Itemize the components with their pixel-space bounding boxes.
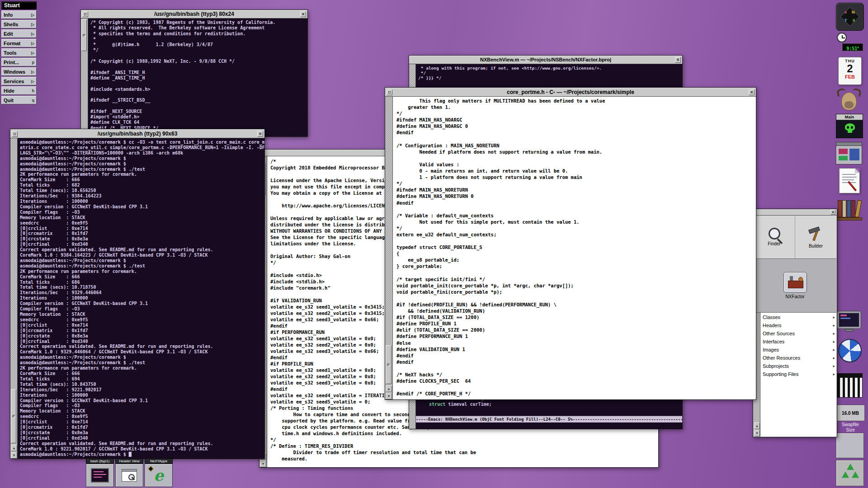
swapfile-size-value: 16.0 MB	[836, 405, 865, 421]
taskbar-tab-nextapps[interactable]: NeXTApps e	[145, 458, 173, 487]
scroll-down-button[interactable]: ▼	[260, 460, 266, 467]
menu-item-services[interactable]: Services▷	[1, 77, 37, 85]
chevron-right-icon: ▸	[833, 364, 835, 368]
menu-item-print[interactable]: Print...p	[1, 58, 37, 66]
submenu-arrow-icon: ▷	[31, 13, 34, 17]
hammer-icon	[807, 225, 825, 242]
browser-item-other-resources[interactable]: Other Resources▸	[760, 354, 836, 362]
close-icon[interactable]: ✕	[749, 89, 755, 95]
dock-piano-app[interactable]	[836, 373, 865, 398]
submenu-arrow-icon: ▷	[31, 32, 34, 36]
tab-label: NeXTApps	[145, 458, 173, 464]
project-builder-panel: ✕ Finder Builder NXFactor ▲ ▼ Classes▸ H…	[753, 209, 837, 437]
dock-next-logo[interactable]: N e X T	[836, 3, 865, 31]
menu-item-shells[interactable]: Shells▷	[1, 20, 37, 28]
clock-icon: 9:51A	[836, 32, 864, 55]
taskbar-tab-bash-ttyp1[interactable]: bash (ttyp1)	[86, 458, 114, 487]
browser-item-images[interactable]: Images▸	[760, 346, 836, 354]
terminal-ttyp3-content[interactable]: /* Copyright (c) 1983, 1987 Regents of t…	[90, 20, 275, 136]
project-file-browser: ▲ ▼ Classes▸ Headers▸ Other Sources▸ Int…	[754, 312, 836, 436]
terminal-ttyp2-titlebar[interactable]: /usr/gnu/bin/bash (ttyp2) 90x63 ✕	[10, 129, 264, 138]
dock-app-window[interactable]	[836, 142, 865, 164]
next-cube-icon	[148, 466, 154, 472]
terminal-ttyp2-content[interactable]: asmodai@dauntless:~/Projects/coremark $ …	[20, 140, 264, 457]
gnu-head-icon	[836, 88, 862, 112]
terminal-ttyp3-titlebar[interactable]: /usr/gnu/bin/bash (ttyp3) 80x24 ✕	[81, 10, 307, 19]
key-equivalent: q	[32, 98, 35, 103]
core-portme-titlebar[interactable]: core_portme.h - C- — ~/Projects/coremark…	[385, 88, 756, 97]
browser-item-other-sources[interactable]: Other Sources▸	[760, 329, 836, 338]
taskbar-tab-header-view[interactable]: Header View	[115, 458, 143, 487]
emacs-buffer-top[interactable]: * along with this program; if not, see <…	[418, 66, 602, 81]
bookshelf-icon	[836, 197, 862, 221]
terminal-ttyp3-window: /usr/gnu/bin/bash (ttyp3) 80x24 ✕ /* Cop…	[80, 9, 308, 137]
menu-item-tools[interactable]: Tools▷	[1, 48, 37, 57]
miniaturize-button[interactable]	[82, 11, 88, 17]
header-view-icon	[115, 464, 143, 487]
dock-gnu-emacs[interactable]	[836, 88, 865, 112]
core-portme-content[interactable]: This flag only matters if MULTITHREAD ha…	[396, 98, 605, 397]
emacs-titlebar[interactable]: NXBenchView.m — ~/Projects/NSBench/NXFac…	[409, 56, 682, 64]
browser-item-interfaces[interactable]: Interfaces▸	[760, 338, 836, 346]
nextapps-icon: e	[145, 464, 173, 487]
browser-item-subprojects[interactable]: Subprojects▸	[760, 362, 836, 370]
terminal-ttyp2-scrollbar[interactable]: ▲ ▼	[10, 138, 18, 459]
app-window-icon	[836, 142, 862, 164]
emacs-minibuffer[interactable]	[416, 422, 682, 429]
chevron-right-icon: ▸	[833, 372, 835, 376]
scrollbar-knob[interactable]	[81, 19, 87, 51]
dock-librarian[interactable]	[836, 197, 865, 221]
dock-main-miniwindow[interactable]: Main	[836, 114, 865, 138]
calendar-date: 2	[839, 63, 861, 74]
browser-item-classes[interactable]: Classes▸	[760, 313, 836, 321]
close-icon[interactable]: ✕	[300, 11, 306, 17]
close-icon[interactable]: ✕	[675, 57, 681, 63]
builder-tool[interactable]: Builder	[795, 216, 836, 258]
calendar-icon: THU 2 FEB	[838, 57, 862, 85]
scroll-down-button[interactable]: ▼	[754, 430, 760, 436]
scrollbar-knob[interactable]	[386, 345, 392, 384]
browser-item-supporting-files[interactable]: Supporting Files▸	[760, 370, 836, 378]
miniaturize-button[interactable]	[12, 131, 18, 137]
menu-item-info[interactable]: Info▷	[1, 10, 37, 19]
dock-recycler[interactable]	[836, 460, 865, 486]
menu-item-windows[interactable]: Windows▷	[1, 67, 37, 76]
nxfactor-app-icon[interactable]	[783, 272, 807, 293]
dock-disc-app[interactable]	[836, 339, 865, 362]
close-icon[interactable]: ✕	[830, 210, 835, 215]
tab-label: bash (ttyp1)	[86, 458, 114, 464]
digital-clock-readout: 9:51A	[842, 43, 863, 51]
scroll-up-button[interactable]: ▲	[754, 422, 760, 429]
nextstep-desktop: { "colors": { "desktop_purple": "#9c6ab4…	[0, 0, 868, 488]
project-builder-titlebar[interactable]: ✕	[753, 209, 837, 216]
swapfile-label: Swapfile Size	[836, 422, 865, 433]
terminal-ttyp3-scrollbar[interactable]	[81, 19, 88, 136]
calendar-month: FEB	[839, 74, 861, 80]
menu-item-hide[interactable]: Hideh	[1, 86, 37, 95]
scroll-up-button[interactable]: ▲	[386, 385, 392, 392]
finder-tool[interactable]: Finder	[754, 216, 795, 258]
dock-monitor-app[interactable]	[836, 311, 865, 333]
core-portme-scrollbar[interactable]: ▲ ▼	[385, 97, 393, 399]
dock-empty-tile[interactable]	[836, 433, 865, 458]
menu-item-quit[interactable]: Quitq	[1, 96, 37, 104]
browser-item-headers[interactable]: Headers▸	[760, 321, 836, 329]
scrollbar-knob[interactable]	[11, 389, 16, 443]
emacs-modeline: -----Emacs: NXBenchView.m (ObjC Font Fol…	[416, 416, 682, 422]
dock-clock[interactable]: 9:51A	[836, 32, 865, 55]
dock-document-editor[interactable]	[836, 168, 865, 193]
scroll-up-button[interactable]: ▲	[11, 445, 17, 451]
scroll-down-button[interactable]: ▼	[386, 393, 392, 399]
miniaturize-button[interactable]	[387, 89, 392, 95]
blank-tile-icon	[836, 433, 864, 458]
analog-clock-icon	[837, 33, 847, 42]
menu-item-format[interactable]: Format▷	[1, 39, 37, 47]
window-title: /usr/gnu/bin/bash (ttyp3) 80x24	[154, 11, 234, 17]
menu-item-edit[interactable]: Edit▷	[1, 29, 37, 38]
dock-swapfile-monitor[interactable]: 16.0 MB Swapfile Size	[836, 405, 865, 433]
dock-calendar[interactable]: THU 2 FEB	[836, 57, 865, 85]
close-icon[interactable]: ✕	[257, 131, 263, 137]
app-menu-title[interactable]: Stuart	[1, 1, 37, 9]
scroll-down-button[interactable]: ▼	[11, 452, 17, 459]
skull-icon	[845, 123, 855, 131]
